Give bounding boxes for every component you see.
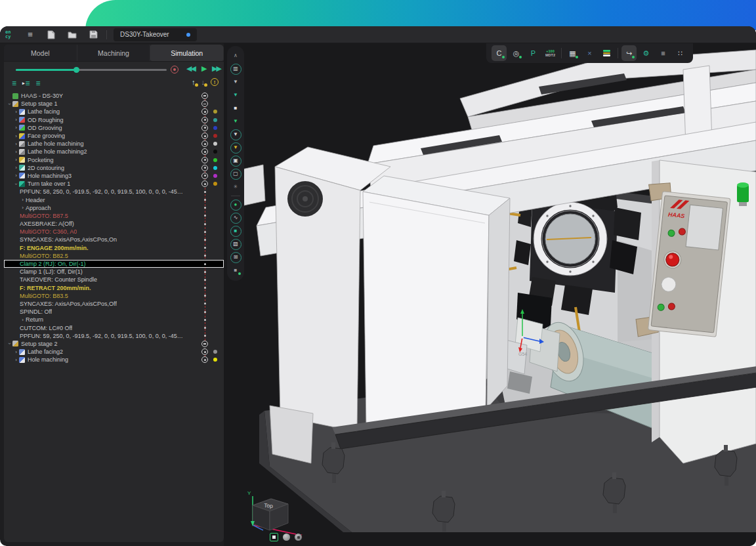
tree-row[interactable]: ›OD Grooving	[4, 124, 224, 132]
operation-color-dot[interactable]	[213, 182, 217, 186]
save-file-icon[interactable]	[85, 28, 101, 41]
result-block-icon[interactable]: ■	[229, 264, 242, 277]
document-tab[interactable]: DS30Y-Takeover	[114, 28, 197, 41]
visibility-toggle-icon[interactable]	[201, 165, 208, 171]
expander-icon[interactable]: ›	[13, 173, 19, 178]
toolpath-curve-icon[interactable]: ∿	[229, 211, 242, 224]
raise-item-icon[interactable]: ↑	[192, 78, 196, 86]
stock-layers-icon[interactable]	[599, 45, 614, 61]
tool-tip-icon[interactable]: ▼	[229, 128, 242, 141]
calculator-icon[interactable]: ▦	[565, 45, 580, 61]
tree-row[interactable]: ›Lathe hole machining	[4, 140, 224, 148]
viewport-3d[interactable]: G54	[224, 43, 756, 546]
visibility-toggle-icon[interactable]	[201, 157, 208, 163]
visibility-toggle-icon[interactable]	[201, 100, 208, 107]
tool-head-icon[interactable]: ▼	[229, 89, 242, 102]
warnings-icon[interactable]: !	[211, 78, 219, 86]
tree-row[interactable]: ›Turn take over 1	[4, 180, 224, 188]
expander-icon[interactable]: ›	[13, 117, 19, 123]
tree-row[interactable]: ›Setup stage 1	[4, 100, 224, 108]
tree-row[interactable]: HAAS - DS-30Y	[4, 92, 224, 100]
operation-color-dot[interactable]	[213, 174, 217, 178]
new-file-icon[interactable]	[43, 28, 59, 41]
expander-icon[interactable]: ›	[13, 357, 19, 363]
collision-control-icon[interactable]: ⚙	[639, 45, 654, 61]
expander-icon[interactable]: ›	[7, 101, 12, 107]
expander-icon[interactable]: ›	[13, 149, 19, 155]
tree-row[interactable]: Clamp 1 (LJ): Off, Dir(1)	[4, 268, 224, 276]
simulation-progress-slider[interactable]	[16, 69, 167, 71]
point-trace-icon[interactable]: ●	[229, 198, 242, 211]
tree-row[interactable]: F: ENGAGE 200mm/min.	[4, 244, 224, 252]
lower-item-icon[interactable]: ↓	[201, 78, 205, 86]
tree-row[interactable]: ›Hole machining3	[4, 172, 224, 180]
tree-row[interactable]: ›Face grooving	[4, 132, 224, 140]
tree-row[interactable]: CUTCOM: LC#0 Off	[4, 324, 224, 331]
view-options-button[interactable]	[295, 534, 302, 541]
operation-color-dot[interactable]	[213, 134, 217, 138]
tree-row[interactable]: ›Return	[4, 316, 224, 324]
open-file-icon[interactable]	[64, 28, 80, 41]
expander-icon[interactable]: ›	[7, 341, 12, 346]
operation-color-dot[interactable]	[213, 142, 217, 146]
tab-simulation[interactable]: Simulation	[150, 45, 224, 61]
main-menu-icon[interactable]: ≡	[22, 28, 38, 41]
visibility-toggle-icon[interactable]	[201, 148, 208, 155]
expander-icon[interactable]: ›	[13, 141, 19, 147]
visibility-toggle-icon[interactable]	[201, 173, 208, 179]
operation-color-dot[interactable]	[213, 350, 217, 354]
tree-row[interactable]: SPINDL: Off	[4, 308, 224, 316]
visibility-toggle-icon[interactable]	[201, 348, 208, 355]
simulation-route-icon[interactable]: ↪	[621, 45, 637, 61]
tree-row[interactable]: PPFUN: 59, 250, 0, -919.5, -92, 0, 0, 91…	[4, 332, 224, 340]
visibility-toggle-icon[interactable]	[201, 93, 208, 99]
play-button[interactable]: ▶	[201, 64, 207, 73]
visibility-toggle-icon[interactable]	[201, 133, 208, 139]
operation-color-dot[interactable]	[213, 126, 217, 130]
visibility-toggle-icon[interactable]	[201, 117, 208, 123]
tree-row[interactable]: ›Approach	[4, 204, 224, 212]
tree-row[interactable]: ›Hole machining	[4, 356, 224, 364]
fit-view-button[interactable]	[270, 533, 278, 541]
collapse-tree-icon[interactable]: ≡	[12, 79, 16, 88]
tree-row[interactable]: ›Lathe facing2	[4, 348, 224, 356]
expander-icon[interactable]: ›	[13, 165, 19, 171]
tree-row[interactable]: ›Lathe facing	[4, 108, 224, 116]
tool-holder-icon[interactable]: ▼	[229, 75, 242, 89]
expander-icon[interactable]: ›	[13, 157, 19, 163]
expand-to-current-icon[interactable]: ▸≡	[22, 79, 30, 88]
record-button[interactable]	[171, 66, 178, 74]
fixture-icon[interactable]: ▣	[229, 154, 242, 167]
expander-icon[interactable]: ›	[13, 349, 19, 355]
tree-row[interactable]: AXESBRAKE: A(Off)	[4, 220, 224, 228]
probe-inspect-icon[interactable]: ◎	[509, 45, 524, 61]
machine-axes-icon[interactable]: ×	[582, 45, 597, 61]
tree-row[interactable]: ›OD Roughing	[4, 116, 224, 124]
rewind-button[interactable]: ◀◀	[186, 64, 195, 73]
scroll-up-icon[interactable]: ∧	[229, 49, 242, 62]
tree-row[interactable]: ›Lathe hole machining2	[4, 148, 224, 156]
visibility-toggle-icon[interactable]	[201, 341, 208, 347]
visibility-toggle-icon[interactable]	[201, 180, 208, 187]
fast-forward-button[interactable]: ▶▶	[212, 64, 220, 73]
operation-color-dot[interactable]	[213, 358, 217, 362]
caliper-measure-icon[interactable]: P	[526, 45, 541, 61]
expander-icon[interactable]: ›	[13, 181, 19, 187]
slider-thumb[interactable]	[74, 67, 79, 73]
stock-model-icon[interactable]: ▢	[229, 167, 242, 180]
visibility-toggle-icon[interactable]	[201, 356, 208, 363]
visibility-toggle-icon[interactable]	[201, 125, 208, 131]
tab-machining[interactable]: Machining	[77, 45, 151, 61]
tab-model[interactable]: Model	[4, 45, 77, 61]
machine-3d-model[interactable]: G54	[224, 43, 756, 546]
tree-row[interactable]: MultiGOTO: C360, A0	[4, 228, 224, 236]
active-tool-icon[interactable]: ▼	[229, 115, 242, 128]
chips-icon[interactable]: ✳	[229, 180, 242, 194]
solid-result-icon[interactable]: ■	[229, 224, 242, 238]
c-axis-rotation-icon[interactable]: C	[492, 45, 507, 61]
stock-block-icon[interactable]: ■	[229, 102, 242, 115]
tree-row[interactable]: TAKEOVER: Counter Spindle	[4, 276, 224, 284]
expander-icon[interactable]: ›	[20, 317, 26, 323]
tree-row[interactable]: ›Pocketing	[4, 156, 224, 164]
tree-row[interactable]: ›Setup stage 2	[4, 340, 224, 348]
